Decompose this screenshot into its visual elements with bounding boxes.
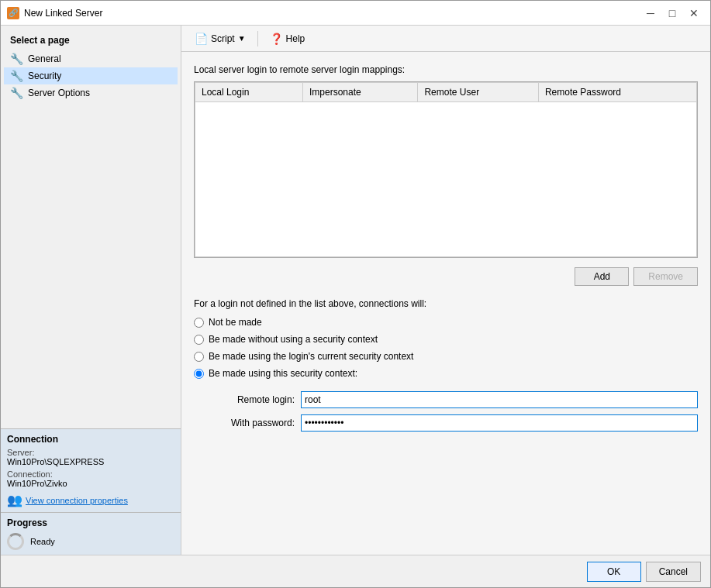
bottom-bar: OK Cancel <box>1 555 710 587</box>
login-mapping-table: Local Login Impersonate Remote User Remo… <box>194 81 698 258</box>
with-password-input[interactable] <box>301 414 698 432</box>
sidebar-item-server-options[interactable]: 🔧 Server Options <box>4 84 178 101</box>
help-label: Help <box>286 33 305 44</box>
radio-not-be-made-label: Not be made <box>209 317 262 328</box>
radio-without-security[interactable]: Be made without using a security context <box>194 334 698 345</box>
window-title: New Linked Server <box>24 8 102 19</box>
radio-without-security-label: Be made without using a security context <box>209 334 378 345</box>
toolbar: 📄 Script ▼ ❓ Help <box>181 26 710 52</box>
remove-button[interactable]: Remove <box>633 267 698 286</box>
server-options-icon: 🔧 <box>10 87 23 99</box>
table-empty-row-1 <box>195 102 697 257</box>
with-password-row: With password: <box>209 414 698 432</box>
sidebar-spacer <box>1 105 181 428</box>
right-panel: 📄 Script ▼ ❓ Help Local server login to … <box>181 26 710 555</box>
toolbar-separator <box>257 31 258 46</box>
radio-login-context-input[interactable] <box>194 352 204 362</box>
with-password-label: With password: <box>209 418 295 428</box>
radio-this-context-label: Be made using this security context: <box>209 368 357 379</box>
title-bar-controls: ─ □ ✕ <box>640 5 704 22</box>
progress-row: Ready <box>7 533 174 550</box>
security-icon: 🔧 <box>10 70 23 82</box>
connections-label: For a login not defined in the list abov… <box>194 298 698 309</box>
connection-link-row: 👥 View connection properties <box>7 493 174 507</box>
progress-status: Ready <box>30 537 55 546</box>
col-local-login: Local Login <box>195 83 303 102</box>
window-icon: 🔗 <box>7 7 19 19</box>
remote-login-row: Remote login: <box>209 391 698 408</box>
cancel-button[interactable]: Cancel <box>646 562 701 582</box>
remote-login-input[interactable] <box>301 391 698 408</box>
connection-value: Win10Pro\Zivko <box>7 479 174 488</box>
col-remote-password: Remote Password <box>538 83 696 102</box>
connection-section-title: Connection <box>7 434 174 445</box>
help-button[interactable]: ❓ Help <box>263 29 312 48</box>
sidebar-item-label-security: Security <box>28 70 61 81</box>
server-label: Server: <box>7 448 174 457</box>
sidebar: Select a page 🔧 General 🔧 Security 🔧 Ser… <box>1 26 181 555</box>
select-page-label: Select a page <box>4 32 178 50</box>
main-content: Select a page 🔧 General 🔧 Security 🔧 Ser… <box>1 26 710 555</box>
radio-not-be-made-input[interactable] <box>194 318 204 328</box>
script-dropdown-arrow: ▼ <box>238 34 246 43</box>
radio-not-be-made[interactable]: Not be made <box>194 317 698 328</box>
close-button[interactable]: ✕ <box>684 5 704 22</box>
title-bar-left: 🔗 New Linked Server <box>7 7 102 19</box>
col-remote-user: Remote User <box>418 83 539 102</box>
content-area: Local server login to remote server logi… <box>181 52 710 555</box>
progress-section: Progress Ready <box>1 512 181 555</box>
sidebar-section-pages: Select a page 🔧 General 🔧 Security 🔧 Ser… <box>1 26 181 105</box>
title-bar: 🔗 New Linked Server ─ □ ✕ <box>1 1 710 26</box>
sidebar-item-security[interactable]: 🔧 Security <box>4 67 178 84</box>
radio-this-context-input[interactable] <box>194 369 204 379</box>
general-icon: 🔧 <box>10 53 23 65</box>
main-window: 🔗 New Linked Server ─ □ ✕ Select a page … <box>0 0 711 588</box>
col-impersonate: Impersonate <box>303 83 418 102</box>
mapping-label: Local server login to remote server logi… <box>194 64 698 75</box>
minimize-button[interactable]: ─ <box>640 5 661 22</box>
ok-button[interactable]: OK <box>587 562 641 582</box>
remote-login-label: Remote login: <box>209 394 295 405</box>
script-label: Script <box>211 33 235 44</box>
radio-without-security-input[interactable] <box>194 335 204 345</box>
action-buttons: Add Remove <box>194 267 698 286</box>
connection-properties-icon: 👥 <box>7 493 22 507</box>
mapping-grid: Local Login Impersonate Remote User Remo… <box>195 82 697 257</box>
script-icon: 📄 <box>195 33 208 45</box>
progress-spinner <box>7 533 24 550</box>
connection-label: Connection: <box>7 469 174 479</box>
maximize-button[interactable]: □ <box>662 5 682 22</box>
radio-login-context[interactable]: Be made using the login's current securi… <box>194 351 698 362</box>
sidebar-item-label-general: General <box>28 53 61 64</box>
sidebar-item-label-server-options: Server Options <box>28 88 90 98</box>
radio-group: Not be made Be made without using a secu… <box>194 317 698 379</box>
view-connection-properties-link[interactable]: View connection properties <box>26 496 128 505</box>
radio-login-context-label: Be made using the login's current securi… <box>209 351 413 362</box>
sidebar-item-general[interactable]: 🔧 General <box>4 50 178 67</box>
radio-this-context[interactable]: Be made using this security context: <box>194 368 698 379</box>
form-fields: Remote login: With password: <box>209 391 698 432</box>
add-button[interactable]: Add <box>575 267 629 286</box>
help-icon: ❓ <box>270 33 283 45</box>
progress-title: Progress <box>7 518 174 528</box>
script-button[interactable]: 📄 Script ▼ <box>188 29 253 48</box>
server-value: Win10Pro\SQLEXPRESS <box>7 457 174 466</box>
connection-section: Connection Server: Win10Pro\SQLEXPRESS C… <box>1 428 181 512</box>
